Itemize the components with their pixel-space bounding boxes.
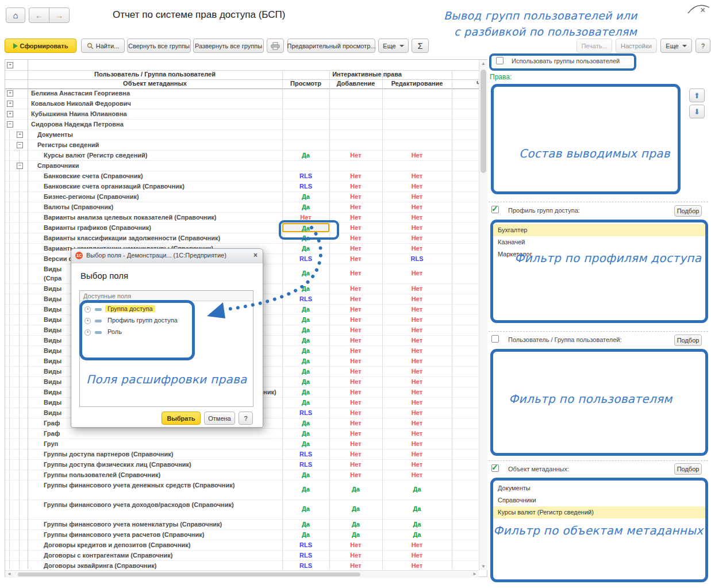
home-button[interactable]: ⌂	[6, 7, 25, 23]
cell-value[interactable]: Нет	[329, 358, 382, 364]
column-header-add[interactable]: Добавление	[329, 80, 382, 87]
cell-value[interactable]: Да	[282, 505, 329, 512]
cell-value[interactable]: Нет	[329, 562, 382, 569]
find-button[interactable]: Найти...	[81, 39, 125, 53]
cell-value[interactable]: Да	[282, 270, 329, 276]
cell-value[interactable]: Нет	[329, 461, 382, 468]
profile-pick-button[interactable]: Подбор	[674, 205, 702, 217]
list-item[interactable]: Курсы валют (Регистр сведений)	[493, 506, 705, 518]
expand-icon[interactable]: +	[7, 90, 13, 97]
cell-value[interactable]: Нет	[282, 214, 329, 221]
expand-icon[interactable]: +	[84, 318, 91, 324]
cell-value[interactable]: Нет	[329, 270, 382, 276]
cell-value[interactable]: RLS	[282, 172, 329, 179]
table-row[interactable]: ГрупДаНетНет	[5, 439, 479, 449]
list-item[interactable]: Справочники	[493, 494, 705, 506]
help-button[interactable]: ?	[695, 39, 710, 53]
cell-value[interactable]: Да	[282, 337, 329, 344]
cell-value[interactable]: Нет	[382, 285, 452, 292]
cell-value[interactable]: Нет	[382, 409, 452, 416]
sum-button[interactable]: Σ	[412, 39, 429, 53]
cancel-button[interactable]: Отмена	[204, 412, 235, 425]
cell-value[interactable]: Нет	[382, 541, 452, 548]
table-row[interactable]: −Регистры сведений	[5, 140, 479, 151]
table-row[interactable]: Варианты классификации задолженности (Сп…	[5, 233, 479, 244]
table-row[interactable]: Договоры эквайринга (Справочник)RLSНетНе…	[5, 561, 479, 570]
table-row[interactable]: ГрафДаНетНет	[5, 429, 479, 439]
scroll-left-icon[interactable]: ◄	[7, 571, 11, 577]
generate-button[interactable]: Сформировать	[5, 39, 76, 53]
cell-value[interactable]: Нет	[382, 451, 452, 458]
cell-value[interactable]: Нет	[329, 306, 382, 313]
cell-value[interactable]: Нет	[329, 172, 382, 179]
cell-value[interactable]: Нет	[329, 440, 382, 447]
table-row[interactable]: −Справочники	[5, 161, 479, 171]
cell-value[interactable]: Да	[382, 486, 452, 493]
move-up-button[interactable]: ⬆	[689, 89, 705, 102]
cell-value[interactable]: Да	[282, 471, 329, 478]
use-user-groups-checkbox[interactable]	[496, 57, 504, 64]
close-icon[interactable]: ×	[700, 5, 705, 16]
cell-value[interactable]: Да	[282, 223, 329, 232]
list-item[interactable]: Документы	[493, 482, 705, 494]
cell-value[interactable]: Нет	[382, 420, 452, 426]
scroll-up-icon[interactable]: ▲	[481, 61, 486, 66]
cell-value[interactable]: Да	[282, 521, 329, 528]
collapse-icon[interactable]: −	[17, 142, 23, 148]
select-button[interactable]: Выбрать	[162, 412, 201, 425]
table-row[interactable]: −Сидорова Надежда Петровна	[5, 120, 479, 130]
cell-value[interactable]: Да	[282, 347, 329, 354]
expand-icon[interactable]: +	[7, 62, 13, 68]
table-row[interactable]: Банковские счета (Справочник)RLSНетНет	[5, 171, 479, 182]
cell-value[interactable]: Нет	[382, 358, 452, 364]
cell-value[interactable]: Нет	[382, 368, 452, 375]
cell-value[interactable]: Нет	[382, 562, 452, 569]
vertical-scrollbar[interactable]: ▲ ▼	[479, 60, 487, 570]
table-row[interactable]: +Кубышкина Наина Юлиановна	[5, 109, 479, 120]
table-row[interactable]: Группы пользователей (Справочник)ДаНетНе…	[5, 470, 479, 481]
vertical-scroll-thumb[interactable]	[481, 70, 486, 173]
cell-value[interactable]: Да	[282, 486, 329, 493]
cell-value[interactable]: Да	[282, 152, 329, 159]
cell-value[interactable]: Нет	[329, 255, 382, 262]
cell-value[interactable]: RLS	[282, 295, 329, 302]
cell-value[interactable]: Да	[282, 430, 329, 437]
cell-value[interactable]: Нет	[329, 203, 382, 210]
cell-value[interactable]: RLS	[282, 183, 329, 190]
cell-value[interactable]: Да	[282, 389, 329, 395]
cell-value[interactable]: Нет	[329, 326, 382, 333]
cell-value[interactable]: Да	[382, 531, 452, 538]
cell-value[interactable]: Да	[282, 378, 329, 385]
cell-value[interactable]: Да	[282, 193, 329, 200]
expand-all-button[interactable]: Развернуть все группы	[193, 39, 264, 53]
available-fields-tree[interactable]: Доступные поля +Группа доступа+Профиль г…	[79, 290, 253, 407]
cell-value[interactable]: Нет	[329, 541, 382, 548]
tree-item[interactable]: +Роль	[80, 326, 253, 338]
cell-value[interactable]: RLS	[282, 552, 329, 559]
horizontal-scrollbar[interactable]: ◄ ►	[5, 570, 479, 578]
cell-value[interactable]: Нет	[382, 440, 452, 447]
dialog-titlebar[interactable]: 1С Выбор поля - Демонстраци... (1С:Предп…	[71, 249, 263, 263]
horizontal-scroll-thumb[interactable]	[18, 572, 360, 577]
cell-value[interactable]: Нет	[329, 193, 382, 200]
cell-value[interactable]: RLS	[282, 451, 329, 458]
table-row[interactable]: +Ковальков Николай Федорович	[5, 99, 479, 109]
cell-value[interactable]: Нет	[329, 245, 382, 252]
expand-icon[interactable]: +	[84, 306, 91, 313]
cell-value[interactable]: Нет	[329, 378, 382, 385]
cell-value[interactable]: Нет	[382, 552, 452, 559]
cell-value[interactable]: Нет	[329, 399, 382, 406]
table-row[interactable]: Группы финансового учета денежных средст…	[5, 481, 479, 500]
table-row[interactable]: Бизнес-регионы (Справочник)ДаНетНет	[5, 192, 479, 202]
cell-value[interactable]: Да	[329, 486, 382, 493]
cell-value[interactable]: Да	[282, 358, 329, 364]
cell-value[interactable]: Да	[382, 521, 452, 528]
cell-value[interactable]: Нет	[329, 389, 382, 395]
table-row[interactable]: +Белкина Анастасия Георгиевна	[5, 89, 479, 99]
column-header-edit[interactable]: Редактирование	[382, 80, 452, 87]
table-row[interactable]: Варианты графиков (Справочник)ДаНетНет	[5, 223, 479, 233]
settings-button[interactable]: Настройки	[616, 39, 657, 53]
table-row[interactable]: +Документы	[5, 130, 479, 140]
cell-value[interactable]: Нет	[382, 389, 452, 395]
cell-value[interactable]: Нет	[382, 193, 452, 200]
